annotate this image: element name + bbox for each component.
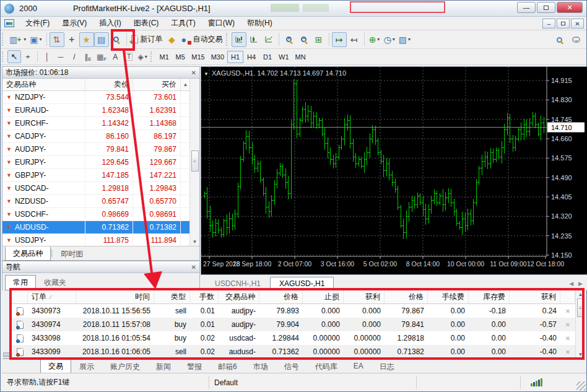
column-bid[interactable]: 卖价 [85,79,133,90]
periods-button[interactable]: ◷▾ [382,32,397,47]
timeframe-button-m30[interactable]: M30 [208,51,227,63]
timeframe-button-m1[interactable]: M1 [156,51,172,63]
market-watch-row[interactable]: ▼EURJPY-129.645129.667 [2,156,189,169]
market-watch-row[interactable]: ▼AUDJPY-79.84179.867 [2,143,189,156]
cursor-tool-button[interactable]: ↖ [7,50,21,63]
terminal-column-header[interactable]: 交易品种 [219,290,259,303]
autotrading-button[interactable]: ●自动交易 [180,32,225,47]
zoom-out-button[interactable]: − [297,32,311,47]
terminal-tab-9[interactable]: 代码库 [307,360,346,374]
restore-button[interactable] [537,2,555,13]
indicators-button[interactable]: ⊕▾ [367,32,382,47]
auto-scroll-button[interactable]: ↦ [332,32,347,47]
menu-item-1[interactable]: 文件(F) [19,16,56,30]
zoom-in-button[interactable]: + [282,32,297,47]
mdi-minimize-button[interactable]: – [542,19,555,28]
market-watch-row[interactable]: ▼AUDUSD-0.713620.71382 [2,221,189,234]
new-order-button[interactable]: +新订单 [129,32,165,47]
order-row[interactable]: 34309742018.10.11 15:57:08buy0.01audjpy-… [12,318,575,331]
toolbar-gripper[interactable] [226,33,229,45]
vertical-line-tool-button[interactable]: │ [40,50,54,63]
terminal-tab-8[interactable]: 信号 [276,360,307,374]
mdi-restore-button[interactable] [557,19,570,28]
scrollbar-thumb[interactable]: ≡ [191,150,199,172]
trendline-tool-button[interactable]: / [67,50,81,63]
menu-item-2[interactable]: 显示(V) [56,16,93,30]
market-watch-row[interactable]: ▼USDJPY-111.875111.894 [2,234,189,247]
timeframe-button-m5[interactable]: M5 [172,51,188,63]
scroll-left-icon[interactable]: ◀ [569,281,573,287]
market-watch-row[interactable]: ▼NZDJPY-73.54473.601 [2,91,189,104]
column-symbol[interactable]: 交易品种 [2,79,85,90]
terminal-tab-4[interactable]: 新闻 [148,360,179,374]
chat-button[interactable] [572,34,580,45]
bar-chart-button[interactable] [232,32,246,47]
navigator-tab-1[interactable]: 常用 [5,275,36,290]
toolbar-gripper[interactable] [150,51,154,63]
terminal-column-header[interactable]: 时间 [76,290,154,303]
terminal-tab-7[interactable]: 市场 [245,360,276,374]
terminal-column-header[interactable]: 止损 [303,290,344,303]
terminal-column-header[interactable]: 库存费 [469,290,510,303]
menu-item-5[interactable]: 工具(T) [165,16,201,30]
market-watch-row[interactable]: ▼NZDUSD-0.657470.65770 [2,195,189,208]
market-watch-row[interactable]: ▼EURCHF-1.143421.14368 [2,117,189,130]
timeframe-button-w1[interactable]: W1 [276,51,292,63]
terminal-tab-2[interactable]: 展示 [71,360,102,374]
order-row[interactable]: 34309732018.10.11 15:56:55sell0.01audjpy… [12,304,575,318]
menu-item-3[interactable]: 插入(I) [93,16,127,30]
timeframe-button-d1[interactable]: D1 [259,51,276,63]
horizontal-line-tool-button[interactable]: ─ [54,50,67,63]
market-watch-row[interactable]: ▼USDCHF-0.986690.98691 [2,208,189,221]
scrollbar-thumb[interactable]: ≡ [577,298,585,317]
close-order-icon[interactable]: ✕ [560,331,575,345]
terminal-column-header[interactable]: 获利 [344,290,385,303]
equidistant-channel-tool-button[interactable]: ∥E [81,50,95,63]
timeframe-button-mn[interactable]: MN [292,51,309,63]
strategy-tester-button[interactable] [109,32,124,47]
menu-item-7[interactable]: 帮助(H) [241,16,279,30]
market-watch-tab-2[interactable]: 即时图 [53,247,91,261]
toolbar-gripper[interactable] [2,51,5,63]
chart-shift-button[interactable]: ↤ [347,32,362,47]
scroll-down-icon[interactable]: ▼ [578,352,583,357]
menu-item-6[interactable]: 窗口(W) [202,16,241,30]
market-watch-row[interactable]: ▼USDCAD-1.298181.29843 [2,182,189,195]
line-chart-button[interactable] [261,32,276,47]
timeframe-button-h4[interactable]: H4 [243,51,259,63]
timeframe-button-m15[interactable]: M15 [188,51,207,63]
price-chart[interactable]: 14.91514.83014.74514.66014.57514.49014.4… [201,66,587,275]
mdi-close-button[interactable]: ✕ [571,19,584,28]
column-ask[interactable]: 买价 [133,79,181,90]
close-order-icon[interactable]: ✕ [560,345,575,359]
new-chart-button[interactable]: ▥＋▾ [7,32,28,47]
order-row[interactable]: 34330982018.10.16 01:05:54buy0.02usdcad-… [12,331,575,345]
market-watch-close-icon[interactable]: ✕ [191,69,196,76]
tile-windows-button[interactable]: ⊞ [311,32,326,47]
terminal-tab-10[interactable]: EA [346,360,372,372]
terminal-tab-11[interactable]: 日志 [372,360,402,374]
close-order-icon[interactable]: ✕ [560,304,575,318]
terminal-column-header[interactable]: 手续费 [428,290,469,303]
terminal-column-header[interactable]: 价格 [385,290,428,303]
minimize-button[interactable]: — [517,2,536,13]
text-tool-button[interactable]: A [108,50,122,63]
close-order-icon[interactable]: ✕ [560,318,575,331]
terminal-column-header[interactable]: 手数 [190,290,219,303]
terminal-column-header[interactable]: 类型 [154,290,190,303]
scroll-down-icon[interactable]: ▼ [193,239,198,245]
search-button[interactable] [557,34,562,45]
navigator-tab-2[interactable]: 收藏夹 [36,275,74,290]
terminal-tab-1[interactable]: 交易 [40,359,71,373]
market-watch-row[interactable]: ▼GBPJPY-147.185147.221 [2,169,189,182]
data-window-button[interactable]: ＋ [64,32,79,47]
toolbar-gripper[interactable] [2,33,5,45]
templates-button[interactable]: ▨▾ [397,32,412,47]
navigator-close-icon[interactable]: ✕ [191,264,196,271]
metaeditor-button[interactable]: ◆ [165,32,180,47]
terminal-tab-3[interactable]: 账户历史 [102,360,148,374]
candlestick-chart-button[interactable] [246,32,261,47]
chart-tab-1[interactable]: USDCNH-,H1 [206,277,270,290]
crosshair-tool-button[interactable]: ＋ [21,50,35,63]
timeframe-button-h1[interactable]: H1 [227,51,243,63]
